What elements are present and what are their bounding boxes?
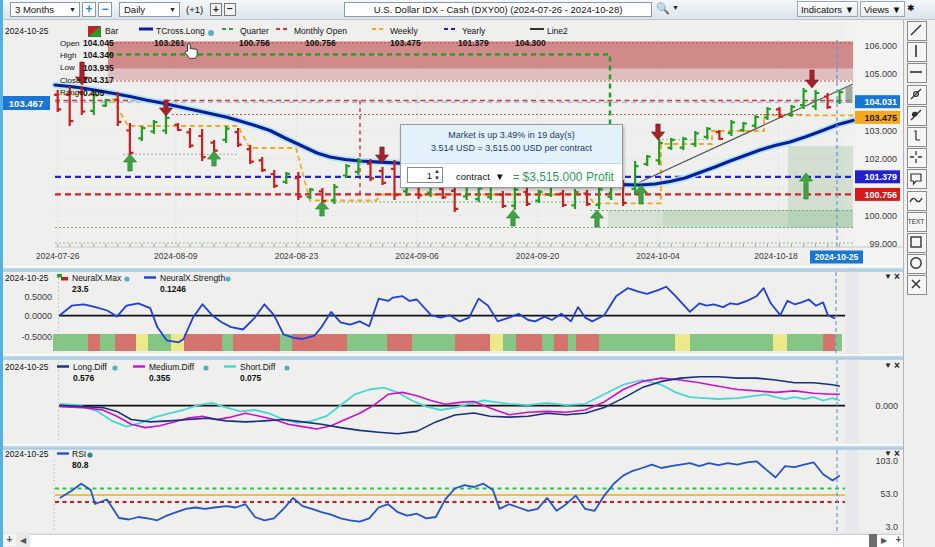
svg-text:2024-10-25: 2024-10-25 [5, 273, 49, 283]
svg-text:2024-08-09: 2024-08-09 [154, 251, 198, 261]
svg-text:0.355: 0.355 [149, 373, 171, 383]
svg-text:0.0000: 0.0000 [24, 311, 52, 321]
svg-text:104.031: 104.031 [864, 97, 897, 107]
svg-text:2024-08-23: 2024-08-23 [275, 251, 319, 261]
svg-text:Long.Diff: Long.Diff [73, 362, 108, 372]
svg-text:×: × [894, 450, 900, 459]
svg-text:▼: ▼ [884, 272, 892, 281]
svg-text:102.000: 102.000 [864, 154, 897, 164]
svg-text:Medium.Diff: Medium.Diff [149, 362, 195, 372]
svg-text:RSI: RSI [72, 450, 86, 459]
svg-text:80.8: 80.8 [72, 460, 89, 470]
svg-text:NeuralX.Max: NeuralX.Max [72, 273, 122, 283]
svg-text:0.000: 0.000 [875, 401, 898, 411]
svg-text:3.0: 3.0 [885, 522, 898, 532]
svg-text:2024-09-20: 2024-09-20 [516, 251, 560, 261]
svg-text:NeuralX.Strength: NeuralX.Strength [160, 273, 225, 283]
svg-text:103.000: 103.000 [864, 126, 897, 136]
svg-text:0.576: 0.576 [73, 373, 95, 383]
svg-text:2024-10-04: 2024-10-04 [636, 251, 680, 261]
svg-text:2024-10-18: 2024-10-18 [754, 251, 798, 261]
svg-text:103.467: 103.467 [9, 98, 43, 109]
svg-text:0.5000: 0.5000 [24, 292, 52, 302]
svg-text:2024-10-25: 2024-10-25 [5, 362, 49, 372]
svg-text:99.000: 99.000 [869, 239, 897, 249]
svg-text:106.000: 106.000 [864, 41, 897, 51]
svg-text:100.756: 100.756 [864, 190, 897, 200]
svg-text:2024-10-25: 2024-10-25 [815, 252, 859, 262]
svg-text:105.000: 105.000 [864, 69, 897, 79]
svg-text:101.379: 101.379 [864, 172, 897, 182]
svg-text:2024-10-25: 2024-10-25 [5, 450, 49, 459]
svg-text:2024-07-26: 2024-07-26 [36, 251, 80, 261]
svg-text:×: × [894, 360, 900, 371]
svg-text:53.0: 53.0 [880, 489, 898, 499]
svg-text:100.000: 100.000 [864, 211, 897, 221]
svg-text:TEXT: TEXT [908, 218, 925, 225]
svg-text:▼: ▼ [884, 361, 892, 370]
svg-text:-0.5000: -0.5000 [21, 332, 52, 342]
svg-text:2024-09-06: 2024-09-06 [395, 251, 439, 261]
svg-text:0.075: 0.075 [240, 373, 262, 383]
svg-text:23.5: 23.5 [72, 284, 89, 294]
svg-text:▼: ▼ [884, 450, 892, 458]
svg-text:0.1246: 0.1246 [160, 284, 186, 294]
svg-text:×: × [894, 272, 900, 282]
svg-text:103.475: 103.475 [864, 113, 897, 123]
svg-text:Short.Diff: Short.Diff [240, 362, 276, 372]
